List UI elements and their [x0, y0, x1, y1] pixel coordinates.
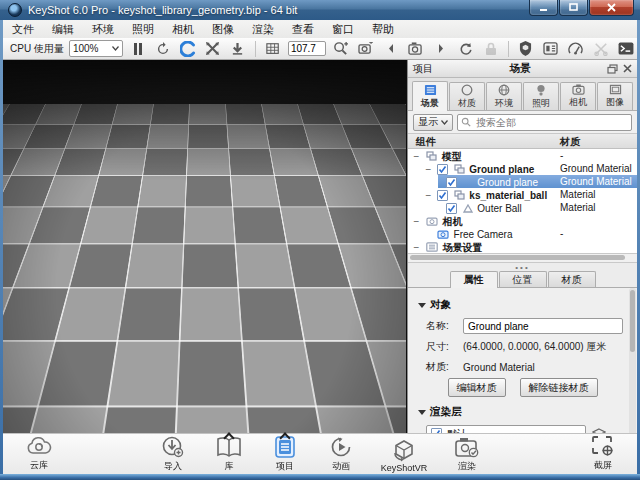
pause-icon[interactable]	[128, 40, 148, 58]
undock-icon[interactable]	[607, 64, 618, 74]
tab-scene[interactable]: 场景	[412, 81, 448, 111]
collapse-icon[interactable]: −	[412, 241, 421, 254]
tree-row-free-camera[interactable]: Free Camera -	[408, 227, 637, 240]
tree-row-ground-plane-selected[interactable]: Ground plane Ground Material	[408, 175, 637, 188]
screenshot-target-icon	[591, 435, 615, 457]
collapse-icon[interactable]: −	[412, 150, 421, 163]
tab-properties[interactable]: 属性	[450, 271, 498, 288]
image-frame-icon	[609, 84, 622, 95]
camera-next-icon[interactable]	[431, 40, 451, 58]
render-viewport[interactable]	[3, 60, 407, 433]
cut-icon[interactable]	[591, 40, 611, 58]
close-panel-icon[interactable]	[623, 64, 632, 73]
dock-animation[interactable]: 动画	[317, 434, 365, 475]
menu-window[interactable]: 窗口	[323, 20, 363, 38]
visibility-checkbox[interactable]	[446, 177, 457, 188]
reset-camera-icon[interactable]	[153, 40, 173, 58]
menu-view[interactable]: 查看	[283, 20, 323, 38]
search-input[interactable]	[474, 116, 628, 129]
visibility-checkbox[interactable]	[437, 164, 448, 175]
pan-arrows-icon[interactable]	[203, 40, 223, 58]
checkerboard-ground	[3, 60, 407, 104]
properties-scrollbar[interactable]	[629, 288, 636, 436]
scrollbar-thumb[interactable]	[630, 290, 635, 352]
unlink-material-button[interactable]: 解除链接材质	[520, 378, 598, 397]
tree-row-cameras[interactable]: − 相机	[408, 214, 637, 227]
menu-image[interactable]: 图像	[203, 20, 243, 38]
dock-project[interactable]: 项目	[261, 434, 309, 475]
shield-icon[interactable]	[516, 40, 536, 58]
visibility-checkbox[interactable]	[437, 190, 448, 201]
tab-position[interactable]: 位置	[499, 271, 547, 287]
tree-row-material-ball[interactable]: − ks_material_ball Material	[408, 188, 637, 201]
menu-camera[interactable]: 相机	[163, 20, 203, 38]
menu-file[interactable]: 文件	[3, 20, 43, 38]
tab-environment[interactable]: 环境	[486, 82, 522, 110]
camera-add-icon[interactable]	[356, 40, 376, 58]
menu-render[interactable]: 渲染	[243, 20, 283, 38]
panel-splitter-handle[interactable]: •••	[408, 263, 637, 271]
collapse-icon[interactable]: −	[412, 215, 421, 228]
search-box[interactable]	[457, 114, 632, 131]
camera-prev-icon[interactable]	[381, 40, 401, 58]
tree-row-ground-plane-group[interactable]: − Ground plane Ground Material	[408, 162, 637, 175]
scrollbar-thumb[interactable]	[410, 255, 625, 260]
tab-material[interactable]: 材质	[548, 271, 596, 287]
console-icon[interactable]	[616, 40, 636, 58]
material-value: Ground Material	[463, 362, 535, 373]
dock-import[interactable]: 导入	[149, 434, 197, 475]
tab-image[interactable]: 图像	[597, 82, 633, 110]
camera-blue-icon	[437, 229, 449, 239]
group-icon	[454, 190, 465, 200]
panel-icon[interactable]	[541, 40, 561, 58]
show-filter-button[interactable]: 显示	[413, 114, 453, 131]
maximize-button[interactable]	[559, 0, 588, 16]
grid-icon[interactable]	[263, 40, 283, 58]
tree-horizontal-scrollbar[interactable]	[408, 254, 637, 263]
gauge-icon[interactable]	[566, 40, 586, 58]
render-layers-section-header[interactable]: 渲染层	[418, 405, 627, 419]
edit-material-button[interactable]: 编辑材质	[448, 378, 506, 397]
object-section-header[interactable]: 对象	[418, 298, 627, 312]
dock-screenshot[interactable]: 截屏	[579, 434, 627, 474]
window-border-left	[0, 20, 3, 474]
name-input[interactable]	[463, 318, 623, 334]
minimize-button[interactable]	[529, 0, 558, 16]
component-column-header[interactable]: 组件	[416, 135, 436, 149]
project-panel: 项目 场景 场景 材质 环境	[407, 60, 637, 433]
menu-lighting[interactable]: 照明	[123, 20, 163, 38]
dock-library[interactable]: 库	[205, 434, 253, 475]
zoom-add-icon[interactable]	[331, 40, 351, 58]
realtime-render-icon[interactable]	[178, 40, 198, 58]
render-camera-icon	[455, 437, 480, 458]
tree-row-scene-settings[interactable]: − 场景设置	[408, 240, 637, 253]
mesh-icon	[463, 178, 473, 187]
material-ball[interactable]	[115, 210, 301, 396]
size-label: 尺寸:	[426, 340, 458, 354]
close-button[interactable]	[589, 0, 634, 16]
collapse-triangle-icon	[418, 303, 426, 308]
exposure-input[interactable]	[288, 41, 326, 56]
dock-render[interactable]: 渲染	[443, 434, 491, 475]
menu-environment[interactable]: 环境	[83, 20, 123, 38]
camera-cycle-icon[interactable]	[406, 40, 426, 58]
lock-icon[interactable]	[481, 40, 501, 58]
collapse-icon[interactable]: −	[424, 189, 433, 202]
group-icon	[454, 164, 465, 174]
menu-help[interactable]: 帮助	[363, 20, 403, 38]
material-column-header[interactable]: 材质	[560, 135, 580, 149]
cpu-usage-select[interactable]: 100%	[69, 40, 123, 57]
refresh-icon[interactable]	[456, 40, 476, 58]
tab-lighting[interactable]: 照明	[523, 82, 559, 110]
download-arrow-icon[interactable]	[228, 40, 248, 58]
collapse-icon[interactable]: −	[424, 163, 433, 176]
material-label: 材质:	[426, 360, 458, 374]
tree-row-outer-ball[interactable]: Outer Ball Material	[408, 201, 637, 214]
visibility-checkbox[interactable]	[446, 203, 457, 214]
window-border-bottom	[0, 474, 640, 480]
tree-row-model[interactable]: − 模型 -	[408, 149, 637, 162]
menu-edit[interactable]: 编辑	[43, 20, 83, 38]
tab-camera[interactable]: 相机	[560, 82, 596, 110]
dock-keyshotvr[interactable]: KeyShotVR	[373, 434, 435, 475]
tab-material[interactable]: 材质	[449, 82, 485, 110]
